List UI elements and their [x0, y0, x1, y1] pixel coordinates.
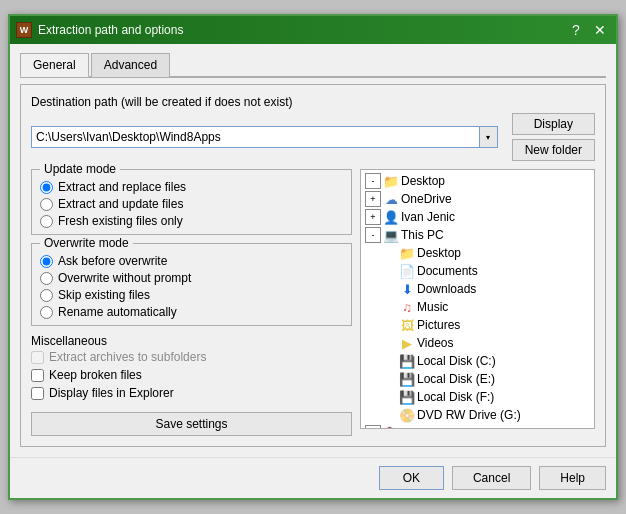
tree-folder-icon: 📀 — [399, 408, 415, 422]
tree-item[interactable]: ▶Videos — [363, 334, 592, 352]
dialog-body: General Advanced Destination path (will … — [10, 44, 616, 457]
update-option-fresh-only[interactable]: Fresh existing files only — [40, 214, 343, 228]
tree-item[interactable]: +☁OneDrive — [363, 190, 592, 208]
close-button[interactable]: ✕ — [590, 20, 610, 40]
tree-folder-icon: 📁 — [383, 174, 399, 188]
miscellaneous-section: Miscellaneous Extract archives to subfol… — [31, 334, 352, 400]
tree-folder-icon: ⬇ — [399, 282, 415, 296]
tree-item-label: This PC — [401, 228, 444, 242]
update-radio-fresh-only[interactable] — [40, 215, 53, 228]
tree-expander[interactable]: + — [365, 425, 381, 429]
tree-expander[interactable]: - — [365, 173, 381, 189]
tree-folder-icon: 📄 — [399, 264, 415, 278]
tree-expander[interactable] — [381, 335, 397, 351]
tree-item[interactable]: ⬇Downloads — [363, 280, 592, 298]
misc-option-extract-subfolders[interactable]: Extract archives to subfolders — [31, 350, 352, 364]
tree-item[interactable]: 📀DVD RW Drive (G:) — [363, 406, 592, 424]
tree-item-label: Ivan Jenic — [401, 210, 455, 224]
destination-input-group: ▾ — [31, 126, 498, 148]
misc-option-display-explorer[interactable]: Display files in Explorer — [31, 386, 352, 400]
tree-item[interactable]: -💻This PC — [363, 226, 592, 244]
tab-advanced[interactable]: Advanced — [91, 53, 170, 77]
tab-general[interactable]: General — [20, 53, 89, 77]
update-radio-extract-update[interactable] — [40, 198, 53, 211]
cancel-button[interactable]: Cancel — [452, 466, 531, 490]
overwrite-option-skip[interactable]: Skip existing files — [40, 288, 343, 302]
folder-tree[interactable]: -📁Desktop+☁OneDrive+👤Ivan Jenic-💻This PC… — [360, 169, 595, 429]
tree-item[interactable]: 🖼Pictures — [363, 316, 592, 334]
display-button[interactable]: Display — [512, 113, 595, 135]
miscellaneous-label: Miscellaneous — [31, 334, 352, 348]
update-option-extract-update[interactable]: Extract and update files — [40, 197, 343, 211]
tree-expander[interactable] — [381, 263, 397, 279]
tree-expander[interactable] — [381, 281, 397, 297]
misc-checkbox-keep-broken[interactable] — [31, 369, 44, 382]
overwrite-radio-rename[interactable] — [40, 306, 53, 319]
tree-item-label: Documents — [417, 264, 478, 278]
update-radio-extract-replace[interactable] — [40, 181, 53, 194]
overwrite-option-without-prompt[interactable]: Overwrite without prompt — [40, 271, 343, 285]
tree-item[interactable]: +📚Libraries — [363, 424, 592, 429]
tree-folder-icon: 📚 — [383, 426, 399, 429]
overwrite-mode-options: Ask before overwrite Overwrite without p… — [40, 254, 343, 319]
tree-item[interactable]: -📁Desktop — [363, 172, 592, 190]
overwrite-radio-skip[interactable] — [40, 289, 53, 302]
misc-checkbox-display-explorer[interactable] — [31, 387, 44, 400]
tree-expander[interactable] — [381, 245, 397, 261]
tree-item-label: Local Disk (E:) — [417, 372, 495, 386]
tree-item[interactable]: 💾Local Disk (C:) — [363, 352, 592, 370]
tree-item[interactable]: +👤Ivan Jenic — [363, 208, 592, 226]
tree-expander[interactable] — [381, 299, 397, 315]
tree-item-label: Local Disk (F:) — [417, 390, 494, 404]
tree-expander[interactable]: + — [365, 191, 381, 207]
tree-expander[interactable] — [381, 371, 397, 387]
tree-folder-icon: 📁 — [399, 246, 415, 260]
tree-item-label: Music — [417, 300, 448, 314]
tree-expander[interactable] — [381, 407, 397, 423]
tree-item[interactable]: 💾Local Disk (F:) — [363, 388, 592, 406]
overwrite-radio-ask[interactable] — [40, 255, 53, 268]
dialog-title: Extraction path and options — [38, 23, 560, 37]
tree-folder-icon: 💾 — [399, 390, 415, 404]
overwrite-radio-without-prompt[interactable] — [40, 272, 53, 285]
tree-item[interactable]: 📁Desktop — [363, 244, 592, 262]
ok-button[interactable]: OK — [379, 466, 444, 490]
main-content: Update mode Extract and replace files Ex… — [31, 169, 595, 436]
update-mode-options: Extract and replace files Extract and up… — [40, 180, 343, 228]
tree-item[interactable]: ♫Music — [363, 298, 592, 316]
dialog-footer: OK Cancel Help — [10, 457, 616, 498]
tree-folder-icon: ▶ — [399, 336, 415, 350]
overwrite-mode-group: Overwrite mode Ask before overwrite Over… — [31, 243, 352, 326]
tree-item-label: Videos — [417, 336, 453, 350]
misc-option-keep-broken[interactable]: Keep broken files — [31, 368, 352, 382]
tree-item[interactable]: 💾Local Disk (E:) — [363, 370, 592, 388]
tree-expander[interactable] — [381, 353, 397, 369]
tree-item-label: Pictures — [417, 318, 460, 332]
destination-input[interactable] — [31, 126, 480, 148]
misc-checkbox-extract-subfolders[interactable] — [31, 351, 44, 364]
save-settings-button[interactable]: Save settings — [31, 412, 352, 436]
update-option-extract-replace[interactable]: Extract and replace files — [40, 180, 343, 194]
tree-folder-icon: 💻 — [383, 228, 399, 242]
overwrite-mode-label: Overwrite mode — [40, 236, 133, 250]
tree-item-label: Libraries — [401, 426, 447, 429]
new-folder-button[interactable]: New folder — [512, 139, 595, 161]
overwrite-option-ask[interactable]: Ask before overwrite — [40, 254, 343, 268]
destination-section: Destination path (will be created if doe… — [31, 95, 595, 161]
help-button[interactable]: ? — [566, 20, 586, 40]
help-footer-button[interactable]: Help — [539, 466, 606, 490]
tree-folder-icon: 💾 — [399, 372, 415, 386]
tree-expander[interactable] — [381, 317, 397, 333]
tree-expander[interactable]: + — [365, 209, 381, 225]
tab-content: Destination path (will be created if doe… — [20, 84, 606, 447]
tree-expander[interactable]: - — [365, 227, 381, 243]
tree-expander[interactable] — [381, 389, 397, 405]
destination-label: Destination path (will be created if doe… — [31, 95, 595, 109]
tree-folder-icon: ♫ — [399, 300, 415, 314]
title-bar: W Extraction path and options ? ✕ — [10, 16, 616, 44]
overwrite-option-rename[interactable]: Rename automatically — [40, 305, 343, 319]
destination-dropdown-btn[interactable]: ▾ — [480, 126, 498, 148]
tree-item-label: Local Disk (C:) — [417, 354, 496, 368]
tree-item-label: DVD RW Drive (G:) — [417, 408, 521, 422]
tree-item[interactable]: 📄Documents — [363, 262, 592, 280]
